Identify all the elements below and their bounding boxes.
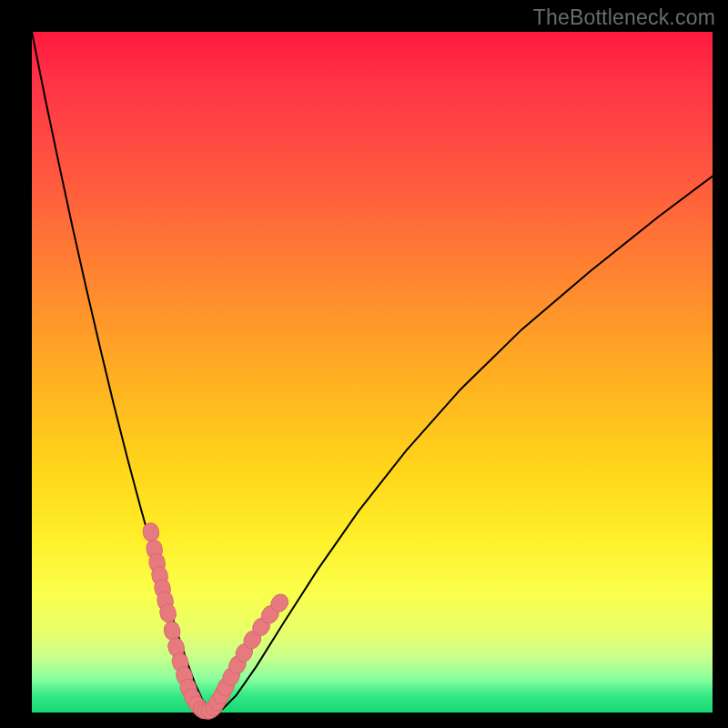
marker-pill <box>142 521 161 542</box>
plot-area <box>32 32 713 713</box>
marker-group <box>142 521 292 722</box>
chart-svg <box>32 32 713 713</box>
watermark-text: TheBottleneck.com <box>533 5 715 30</box>
chart-frame: TheBottleneck.com <box>0 0 728 728</box>
bottleneck-curve <box>32 32 713 712</box>
